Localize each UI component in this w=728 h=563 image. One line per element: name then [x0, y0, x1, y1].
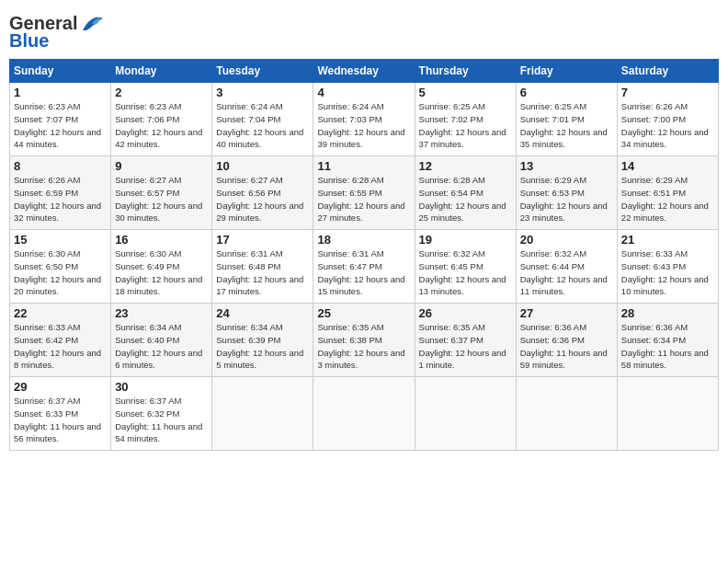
sunrise: Sunrise: 6:33 AM — [621, 248, 688, 259]
sunset: Sunset: 6:47 PM — [317, 261, 381, 271]
sunrise: Sunrise: 6:25 AM — [520, 101, 586, 111]
calendar-cell: 15 Sunrise: 6:30 AM Sunset: 6:50 PM Dayl… — [10, 230, 111, 304]
daylight-label: Daylight: 12 hours and 3 minutes. — [317, 348, 404, 371]
day-number: 15 — [14, 233, 107, 247]
sunrise: Sunrise: 6:36 AM — [520, 322, 586, 332]
daylight-label: Daylight: 12 hours and 25 minutes. — [419, 201, 506, 224]
sunset: Sunset: 7:06 PM — [115, 114, 179, 124]
sunset: Sunset: 6:55 PM — [317, 188, 381, 198]
day-info: Sunrise: 6:37 AM Sunset: 6:33 PM Dayligh… — [14, 395, 107, 445]
sunrise: Sunrise: 6:32 AM — [520, 248, 586, 259]
weekday-header-wednesday: Wednesday — [313, 60, 415, 83]
day-info: Sunrise: 6:33 AM Sunset: 6:42 PM Dayligh… — [14, 321, 107, 372]
calendar-cell — [617, 377, 718, 451]
sunset: Sunset: 6:51 PM — [621, 188, 686, 198]
day-number: 20 — [520, 233, 613, 247]
sunrise: Sunrise: 6:29 AM — [520, 175, 586, 185]
day-number: 28 — [621, 306, 714, 320]
daylight-label: Daylight: 12 hours and 10 minutes. — [621, 274, 709, 297]
weekday-header-friday: Friday — [516, 60, 617, 83]
sunrise: Sunrise: 6:33 AM — [14, 322, 80, 332]
logo-text-blue: Blue — [9, 30, 49, 52]
day-info: Sunrise: 6:27 AM Sunset: 6:57 PM Dayligh… — [115, 174, 208, 224]
calendar-week-5: 29 Sunrise: 6:37 AM Sunset: 6:33 PM Dayl… — [10, 377, 719, 451]
day-number: 22 — [14, 306, 107, 320]
calendar-cell: 14 Sunrise: 6:29 AM Sunset: 6:51 PM Dayl… — [617, 156, 718, 230]
calendar-cell: 6 Sunrise: 6:25 AM Sunset: 7:01 PM Dayli… — [516, 83, 617, 156]
day-info: Sunrise: 6:26 AM Sunset: 7:00 PM Dayligh… — [621, 100, 714, 151]
calendar-week-1: 1 Sunrise: 6:23 AM Sunset: 7:07 PM Dayli… — [10, 83, 719, 156]
sunrise: Sunrise: 6:26 AM — [621, 101, 688, 111]
day-number: 14 — [621, 159, 714, 173]
sunset: Sunset: 6:49 PM — [115, 261, 179, 271]
sunset: Sunset: 6:39 PM — [216, 335, 280, 345]
day-info: Sunrise: 6:36 AM Sunset: 6:36 PM Dayligh… — [520, 321, 613, 372]
sunset: Sunset: 6:43 PM — [621, 261, 686, 271]
sunrise: Sunrise: 6:25 AM — [419, 101, 485, 111]
day-number: 27 — [520, 306, 613, 320]
sunrise: Sunrise: 6:32 AM — [419, 248, 485, 259]
day-info: Sunrise: 6:31 AM Sunset: 6:48 PM Dayligh… — [216, 247, 309, 298]
daylight-label: Daylight: 12 hours and 42 minutes. — [115, 127, 202, 150]
day-info: Sunrise: 6:25 AM Sunset: 7:01 PM Dayligh… — [520, 100, 613, 151]
calendar-cell: 29 Sunrise: 6:37 AM Sunset: 6:33 PM Dayl… — [10, 377, 111, 451]
day-info: Sunrise: 6:33 AM Sunset: 6:43 PM Dayligh… — [621, 247, 714, 298]
calendar-cell: 13 Sunrise: 6:29 AM Sunset: 6:53 PM Dayl… — [516, 156, 617, 230]
daylight-label: Daylight: 11 hours and 58 minutes. — [621, 348, 709, 371]
calendar-cell: 11 Sunrise: 6:28 AM Sunset: 6:55 PM Dayl… — [313, 156, 415, 230]
sunrise: Sunrise: 6:36 AM — [621, 322, 688, 332]
daylight-label: Daylight: 11 hours and 56 minutes. — [14, 421, 101, 444]
sunset: Sunset: 6:40 PM — [115, 335, 179, 345]
logo-bird-icon — [79, 14, 105, 34]
sunrise: Sunrise: 6:35 AM — [419, 322, 485, 332]
day-number: 10 — [216, 159, 309, 173]
calendar-cell: 23 Sunrise: 6:34 AM Sunset: 6:40 PM Dayl… — [111, 304, 212, 377]
calendar-cell: 2 Sunrise: 6:23 AM Sunset: 7:06 PM Dayli… — [111, 83, 212, 156]
daylight-label: Daylight: 12 hours and 17 minutes. — [216, 274, 303, 297]
day-number: 4 — [317, 86, 410, 99]
sunset: Sunset: 6:37 PM — [419, 335, 483, 345]
day-info: Sunrise: 6:35 AM Sunset: 6:38 PM Dayligh… — [317, 321, 410, 372]
sunset: Sunset: 6:59 PM — [14, 188, 78, 198]
calendar-cell: 20 Sunrise: 6:32 AM Sunset: 6:44 PM Dayl… — [516, 230, 617, 304]
sunset: Sunset: 7:01 PM — [520, 114, 585, 124]
day-info: Sunrise: 6:29 AM Sunset: 6:51 PM Dayligh… — [621, 174, 714, 224]
day-info: Sunrise: 6:34 AM Sunset: 6:39 PM Dayligh… — [216, 321, 309, 372]
daylight-label: Daylight: 12 hours and 27 minutes. — [317, 201, 404, 224]
daylight-label: Daylight: 12 hours and 29 minutes. — [216, 201, 303, 224]
sunrise: Sunrise: 6:34 AM — [115, 322, 181, 332]
weekday-header-tuesday: Tuesday — [212, 60, 313, 83]
sunrise: Sunrise: 6:27 AM — [115, 175, 181, 185]
weekday-header-monday: Monday — [111, 60, 212, 83]
sunrise: Sunrise: 6:37 AM — [115, 396, 181, 406]
daylight-label: Daylight: 12 hours and 22 minutes. — [621, 201, 709, 224]
calendar-cell: 7 Sunrise: 6:26 AM Sunset: 7:00 PM Dayli… — [617, 83, 718, 156]
sunset: Sunset: 6:54 PM — [419, 188, 483, 198]
sunset: Sunset: 6:53 PM — [520, 188, 585, 198]
day-info: Sunrise: 6:37 AM Sunset: 6:32 PM Dayligh… — [115, 395, 208, 445]
daylight-label: Daylight: 12 hours and 32 minutes. — [14, 201, 101, 224]
day-info: Sunrise: 6:23 AM Sunset: 7:07 PM Dayligh… — [14, 100, 107, 151]
day-number: 19 — [419, 233, 512, 247]
day-number: 3 — [216, 86, 309, 99]
day-info: Sunrise: 6:32 AM Sunset: 6:44 PM Dayligh… — [520, 247, 613, 298]
calendar-cell: 22 Sunrise: 6:33 AM Sunset: 6:42 PM Dayl… — [10, 304, 111, 377]
daylight-label: Daylight: 12 hours and 11 minutes. — [520, 274, 608, 297]
day-info: Sunrise: 6:35 AM Sunset: 6:37 PM Dayligh… — [419, 321, 512, 372]
calendar-cell: 18 Sunrise: 6:31 AM Sunset: 6:47 PM Dayl… — [313, 230, 415, 304]
day-info: Sunrise: 6:34 AM Sunset: 6:40 PM Dayligh… — [115, 321, 208, 372]
weekday-header-saturday: Saturday — [617, 60, 718, 83]
day-number: 8 — [14, 159, 107, 173]
day-number: 6 — [520, 86, 613, 99]
sunrise: Sunrise: 6:35 AM — [317, 322, 383, 332]
sunset: Sunset: 6:42 PM — [14, 335, 78, 345]
sunset: Sunset: 7:02 PM — [419, 114, 483, 124]
sunset: Sunset: 6:48 PM — [216, 261, 280, 271]
day-number: 7 — [621, 86, 714, 99]
calendar-table: SundayMondayTuesdayWednesdayThursdayFrid… — [9, 59, 719, 451]
sunrise: Sunrise: 6:31 AM — [317, 248, 383, 259]
day-info: Sunrise: 6:31 AM Sunset: 6:47 PM Dayligh… — [317, 247, 410, 298]
sunset: Sunset: 6:50 PM — [14, 261, 78, 271]
day-number: 25 — [317, 306, 410, 320]
daylight-label: Daylight: 11 hours and 59 minutes. — [520, 348, 608, 371]
